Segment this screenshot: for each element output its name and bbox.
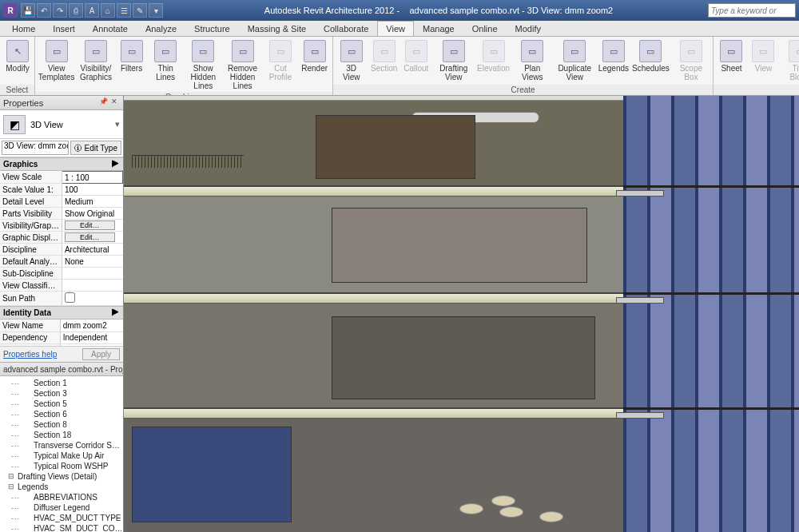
prop-row-dependency[interactable]: DependencyIndependent bbox=[0, 332, 123, 343]
modify-button[interactable]: ↖ Modify bbox=[3, 38, 32, 85]
prop-row-view-classification[interactable]: View Classifi… bbox=[0, 280, 123, 292]
tab-analyze[interactable]: Analyze bbox=[137, 21, 185, 36]
prop-row-default-analysis[interactable]: Default Analy…None bbox=[0, 256, 123, 268]
edit-button[interactable]: Edit… bbox=[65, 232, 115, 242]
tree-item[interactable]: Section 6 bbox=[0, 409, 123, 419]
edit-button[interactable]: Edit… bbox=[65, 220, 115, 230]
show-hidden-lines-button[interactable]: ▭Show Hidden Lines bbox=[185, 38, 221, 92]
qat-redo-icon[interactable]: ↷ bbox=[53, 3, 67, 18]
prop-row-parts-visibility[interactable]: Parts VisibilityShow Original bbox=[0, 208, 123, 220]
tree-item[interactable]: Typical Make Up Air bbox=[0, 451, 123, 461]
-d-view-button[interactable]: ▭3D View bbox=[336, 38, 367, 85]
tree-item[interactable]: Legends bbox=[0, 482, 123, 492]
schedules-button[interactable]: ▭Schedules bbox=[632, 38, 669, 85]
tab-annotate[interactable]: Annotate bbox=[84, 21, 137, 36]
section-graphics[interactable]: Graphics⯈ bbox=[0, 157, 123, 171]
ribbon-icon: ▭ bbox=[405, 40, 427, 62]
edit-type-button[interactable]: 🛈 Edit Type bbox=[70, 141, 121, 155]
prop-row-scale-value[interactable]: Scale Value 1:100 bbox=[0, 184, 123, 196]
prop-row-sub-discipline[interactable]: Sub-Discipline bbox=[0, 268, 123, 280]
plan-views-button[interactable]: ▭Plan Views bbox=[513, 38, 551, 85]
ribbon-label: Sheet bbox=[721, 64, 741, 73]
document-title: advanced sample combo.rvt - 3D View: dmm… bbox=[409, 6, 613, 15]
tree-item[interactable]: Section 5 bbox=[0, 399, 123, 409]
ribbon-icon: ▭ bbox=[269, 40, 292, 62]
ribbon-label: Show Hidden Lines bbox=[189, 64, 218, 90]
tree-item[interactable]: Transverse Corridor Secti bbox=[0, 440, 123, 451]
prop-row-visibility-graphics[interactable]: Visibility/Grap…Edit… bbox=[0, 220, 123, 232]
type-selector[interactable]: ◩ 3D View ▾ bbox=[0, 110, 123, 139]
ribbon-label: Callout bbox=[403, 64, 428, 73]
project-browser-tree[interactable]: Section 1Section 3Section 5Section 6Sect… bbox=[0, 376, 123, 532]
prop-row-graphic-display[interactable]: Graphic Displ…Edit… bbox=[0, 232, 123, 244]
keyword-search-input[interactable] bbox=[708, 3, 796, 18]
tree-item[interactable]: HVAC_SM_DUCT_CONDITIO bbox=[0, 523, 123, 532]
prop-row-detail-level[interactable]: Detail LevelMedium bbox=[0, 196, 123, 208]
chevron-down-icon[interactable]: ▾ bbox=[115, 119, 120, 129]
tree-item[interactable]: Section 1 bbox=[0, 378, 123, 388]
3d-viewport[interactable] bbox=[124, 96, 799, 532]
view-templates-button[interactable]: ▭View Templates bbox=[38, 38, 74, 92]
tree-item[interactable]: Typical Room WSHP bbox=[0, 461, 123, 471]
filters-button[interactable]: ▭Filters bbox=[117, 38, 146, 92]
properties-help-link[interactable]: Properties help bbox=[3, 350, 57, 359]
pin-icon[interactable]: 📌 bbox=[97, 97, 109, 109]
qat-btn[interactable]: A bbox=[85, 3, 99, 18]
tree-item[interactable]: Section 8 bbox=[0, 419, 123, 430]
title-bar: R 💾 ↶ ↷ ⎙ A ⌂ ☰ ✎ ▾ Autodesk Revit Archi… bbox=[0, 0, 799, 21]
tab-online[interactable]: Online bbox=[463, 21, 507, 36]
qat-print-icon[interactable]: ⎙ bbox=[69, 3, 83, 18]
tree-item[interactable]: Drafting Views (Detail) bbox=[0, 471, 123, 482]
render-button[interactable]: ▭Render bbox=[300, 38, 329, 92]
tab-manage[interactable]: Manage bbox=[414, 21, 463, 36]
section-identity[interactable]: Identity Data⯈ bbox=[0, 306, 123, 320]
tab-collaborate[interactable]: Collaborate bbox=[315, 21, 377, 36]
tab-structure[interactable]: Structure bbox=[185, 21, 239, 36]
tab-insert[interactable]: Insert bbox=[44, 21, 84, 36]
ribbon-icon: ▭ bbox=[373, 40, 396, 62]
tab-home[interactable]: Home bbox=[3, 21, 44, 36]
ribbon-label: Filters bbox=[121, 64, 142, 73]
tree-item[interactable]: ABBREVIATIONS bbox=[0, 492, 123, 502]
prop-row-view-name[interactable]: View Namedmm zoom2 bbox=[0, 320, 123, 332]
tree-item[interactable]: HVAC_SM_DUCT TYPE bbox=[0, 513, 123, 523]
app-icon[interactable]: R bbox=[3, 3, 18, 18]
thin-lines-button[interactable]: ▭Thin Lines bbox=[149, 38, 182, 92]
apply-button[interactable]: Apply bbox=[82, 348, 120, 360]
duplicate-view-button[interactable]: ▭Duplicate View bbox=[555, 38, 594, 85]
ribbon-label: 3D View bbox=[340, 64, 364, 81]
qat-dropdown-icon[interactable]: ▾ bbox=[149, 3, 163, 18]
close-icon[interactable]: ✕ bbox=[109, 97, 120, 109]
tree-item[interactable]: Section 3 bbox=[0, 388, 123, 399]
sun-path-checkbox[interactable] bbox=[65, 292, 75, 303]
remove-hidden-lines-button[interactable]: ▭Remove Hidden Lines bbox=[225, 38, 260, 92]
prop-row-discipline[interactable]: DisciplineArchitectural bbox=[0, 244, 123, 256]
instance-dropdown[interactable]: 3D View: dmm zoom2 ▾ bbox=[2, 141, 69, 155]
properties-title: Properties bbox=[3, 98, 43, 108]
ribbon-group-sheet: ▭Sheet▭View▭Title Block▭Revisions▭Guide … bbox=[714, 37, 799, 95]
legends-button[interactable]: ▭Legends bbox=[598, 38, 629, 85]
sheet-button[interactable]: ▭Sheet bbox=[717, 38, 745, 85]
ribbon-label: Section bbox=[371, 64, 397, 73]
drafting-view-button[interactable]: ▭Drafting View bbox=[434, 38, 474, 85]
qat-btn[interactable]: ☰ bbox=[117, 3, 131, 18]
qat-btn[interactable]: ⌂ bbox=[101, 3, 115, 18]
prop-row-view-scale[interactable]: View Scale1 : 100 bbox=[0, 172, 123, 184]
properties-footer: Properties help Apply bbox=[0, 346, 123, 362]
tab-modify[interactable]: Modify bbox=[507, 21, 550, 36]
visibility-graphics-button[interactable]: ▭Visibility/ Graphics bbox=[78, 38, 113, 92]
qat-save-icon[interactable]: 💾 bbox=[21, 3, 35, 18]
tree-item[interactable]: Section 18 bbox=[0, 430, 123, 440]
tab-massing-site[interactable]: Massing & Site bbox=[239, 21, 315, 36]
qat-btn[interactable]: ✎ bbox=[133, 3, 147, 18]
window-title: Autodesk Revit Architecture 2012 - advan… bbox=[169, 6, 708, 15]
ribbon-icon: ▭ bbox=[521, 40, 543, 62]
group-label-select: Select bbox=[0, 85, 34, 95]
tab-view[interactable]: View bbox=[377, 21, 414, 36]
ribbon-icon: ▭ bbox=[602, 40, 625, 62]
qat-undo-icon[interactable]: ↶ bbox=[37, 3, 51, 18]
main-area: Properties 📌 ✕ ◩ 3D View ▾ 3D View: dmm … bbox=[0, 96, 799, 532]
prop-row-sun-path[interactable]: Sun Path bbox=[0, 292, 123, 306]
tree-item[interactable]: Diffuser Legend bbox=[0, 502, 123, 513]
ribbon-label: Visibility/ Graphics bbox=[80, 64, 112, 81]
